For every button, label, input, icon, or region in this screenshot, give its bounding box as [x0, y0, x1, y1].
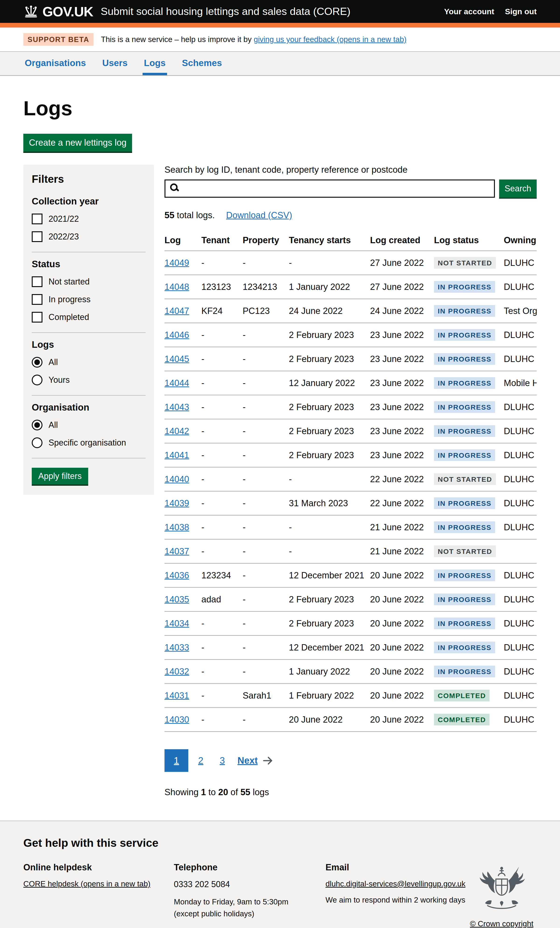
log-id-link[interactable]: 14030	[165, 715, 189, 725]
log-id-link[interactable]: 14032	[165, 667, 189, 676]
owning-org-cell: DLUHC	[504, 443, 537, 467]
property-cell: -	[243, 467, 289, 491]
log-id-link[interactable]: 14045	[165, 354, 189, 364]
log-id-link[interactable]: 14038	[165, 522, 189, 532]
log-id-link[interactable]: 14048	[165, 282, 189, 292]
checkbox-label[interactable]: In progress	[49, 295, 90, 304]
core-helpdesk-link[interactable]: CORE helpdesk (opens in a new tab)	[23, 879, 151, 888]
logs-main-column: Search by log ID, tenant code, property …	[165, 165, 537, 821]
log-id-link[interactable]: 14036	[165, 571, 189, 580]
radio-logs-yours[interactable]	[32, 375, 43, 385]
govuk-logo[interactable]: GOV.UK	[23, 4, 93, 19]
table-row: 14044 - - 12 January 2022 23 June 2022 I…	[165, 371, 537, 395]
col-header-tenancy-starts: Tenancy starts	[289, 231, 370, 251]
col-header-property: Property	[243, 231, 289, 251]
owning-org-cell: DLUHC Test	[504, 563, 537, 588]
checkbox-completed[interactable]	[32, 312, 43, 322]
table-row: 14049 - - - 27 June 2022 NOT STARTED DLU…	[165, 251, 537, 275]
pagination-page-3[interactable]: 3	[213, 749, 232, 772]
crown-copyright-link[interactable]: © Crown copyright	[470, 919, 533, 928]
log-created-cell: 20 June 2022	[370, 684, 434, 708]
checkbox-label[interactable]: Completed	[49, 312, 89, 322]
owning-org-cell: DLUHC	[504, 515, 537, 539]
checkbox-2021-22[interactable]	[32, 214, 43, 224]
checkbox-label[interactable]: Not started	[49, 277, 90, 287]
log-id-link[interactable]: 14035	[165, 594, 189, 604]
pagination-page-2[interactable]: 2	[192, 749, 210, 772]
tenancy-starts-cell: 12 December 2021	[289, 563, 370, 588]
organisation-legend: Organisation	[32, 402, 146, 413]
radio-organisation-all[interactable]	[32, 420, 43, 430]
radio-label[interactable]: Specific organisation	[49, 438, 126, 448]
pagination-next-link[interactable]: Next	[238, 749, 258, 772]
log-id-link[interactable]: 14046	[165, 330, 189, 340]
download-csv-link[interactable]: Download (CSV)	[226, 210, 292, 220]
tenant-cell: 123234	[201, 563, 243, 588]
log-id-link[interactable]: 14042	[165, 426, 189, 436]
radio-label[interactable]: All	[49, 420, 58, 430]
tenant-cell: 123123	[201, 275, 243, 299]
log-id-link[interactable]: 14040	[165, 474, 189, 484]
service-name-link[interactable]: Submit social housing lettings and sales…	[101, 5, 351, 17]
radio-logs-all[interactable]	[32, 357, 43, 368]
checkbox-label[interactable]: 2021/22	[49, 214, 79, 224]
log-id-link[interactable]: 14039	[165, 498, 189, 508]
log-id-link[interactable]: 14034	[165, 618, 189, 628]
search-input[interactable]	[165, 180, 495, 198]
owning-org-cell: DLUHC Test	[504, 491, 537, 515]
checkbox-not-started[interactable]	[32, 276, 43, 287]
owning-org-cell: DLUHC Test	[504, 419, 537, 443]
tenant-cell: -	[201, 419, 243, 443]
log-created-cell: 22 June 2022	[370, 491, 434, 515]
log-id-link[interactable]: 14037	[165, 546, 189, 556]
table-header-row: Log Tenant Property Tenancy starts Log c…	[165, 231, 537, 251]
sign-out-link[interactable]: Sign out	[505, 7, 537, 16]
log-id-link[interactable]: 14041	[165, 450, 189, 460]
property-cell: -	[243, 659, 289, 684]
filter-group-status: Status Not started In progress Completed	[32, 252, 146, 333]
nav-item-organisations[interactable]: Organisations	[23, 58, 87, 75]
log-created-cell: 23 June 2022	[370, 419, 434, 443]
checkbox-label[interactable]: 2022/23	[49, 232, 79, 241]
tenancy-starts-cell: -	[289, 539, 370, 563]
search-button[interactable]: Search	[499, 180, 537, 198]
radio-label[interactable]: All	[49, 357, 58, 367]
tenancy-starts-cell: 2 February 2023	[289, 419, 370, 443]
table-row: 14036 123234 - 12 December 2021 20 June …	[165, 563, 537, 588]
email-link[interactable]: dluhc.digital-services@levellingup.gov.u…	[325, 879, 465, 888]
status-badge: IN PROGRESS	[434, 498, 495, 509]
log-id-link[interactable]: 14033	[165, 643, 189, 652]
create-lettings-log-button[interactable]: Create a new lettings log	[23, 134, 132, 152]
nav-item-schemes[interactable]: Schemes	[181, 58, 223, 75]
tenancy-starts-cell: 2 February 2023	[289, 443, 370, 467]
log-id-link[interactable]: 14031	[165, 691, 189, 701]
status-badge: IN PROGRESS	[434, 449, 495, 461]
table-row: 14035 adad - 2 February 2023 20 June 202…	[165, 588, 537, 612]
checkbox-2022-23[interactable]	[32, 231, 43, 242]
table-row: 14030 - - 20 June 2022 20 June 2022 COMP…	[165, 708, 537, 732]
log-created-cell: 27 June 2022	[370, 275, 434, 299]
log-created-cell: 21 June 2022	[370, 515, 434, 539]
log-id-link[interactable]: 14043	[165, 402, 189, 412]
apply-filters-button[interactable]: Apply filters	[32, 468, 88, 485]
tenancy-starts-cell: 2 February 2023	[289, 612, 370, 635]
feedback-link[interactable]: giving us your feedback (opens in a new …	[253, 35, 406, 44]
nav-item-logs[interactable]: Logs	[143, 58, 167, 75]
log-id-link[interactable]: 14044	[165, 378, 189, 388]
property-cell: -	[243, 419, 289, 443]
log-id-link[interactable]: 14047	[165, 306, 189, 316]
your-account-link[interactable]: Your account	[444, 7, 494, 16]
checkbox-in-progress[interactable]	[32, 294, 43, 305]
status-badge: IN PROGRESS	[434, 425, 495, 437]
pagination-page-1-current[interactable]: 1	[165, 749, 188, 772]
radio-label[interactable]: Yours	[49, 375, 70, 385]
showing-from: 1	[201, 787, 206, 797]
tenant-cell: -	[201, 708, 243, 732]
status-legend: Status	[32, 259, 146, 269]
nav-item-users[interactable]: Users	[101, 58, 129, 75]
log-id-link[interactable]: 14049	[165, 258, 189, 268]
property-cell: -	[243, 371, 289, 395]
showing-to: 20	[218, 787, 228, 797]
radio-organisation-specific[interactable]	[32, 437, 43, 448]
col-header-log-status: Log status	[434, 231, 504, 251]
